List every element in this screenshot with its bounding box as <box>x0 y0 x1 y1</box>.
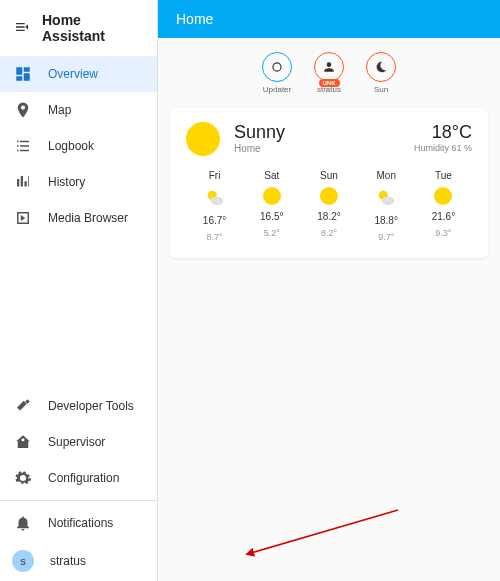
user-name: stratus <box>50 554 86 568</box>
badge-stratus[interactable]: UNK stratus <box>314 52 344 94</box>
sidebar-item-user[interactable]: s stratus <box>0 541 157 581</box>
sidebar-item-overview[interactable]: Overview <box>0 56 157 92</box>
divider <box>0 500 157 501</box>
sidebar-item-logbook[interactable]: Logbook <box>0 128 157 164</box>
weather-title-block: Sunny Home <box>234 122 414 154</box>
sidebar-nav: Overview Map Logbook History Media Brows… <box>0 56 157 236</box>
sidebar-item-label: Map <box>48 103 71 117</box>
sidebar-item-label: Supervisor <box>48 435 105 449</box>
sidebar-item-label: Developer Tools <box>48 399 134 413</box>
weather-header: Sunny Home 18°C Humidity 61 % <box>186 122 472 156</box>
forecast-day-name: Tue <box>435 170 452 181</box>
sidebar-item-supervisor[interactable]: Supervisor <box>0 424 157 460</box>
forecast-row: Fri16.7°8.7°Sat16.5°5.2°Sun18.2°8.2°Mon1… <box>186 170 472 242</box>
sunny-icon <box>320 187 338 205</box>
partly-cloudy-icon <box>204 187 226 209</box>
forecast-day-name: Fri <box>209 170 221 181</box>
sidebar-item-devtools[interactable]: Developer Tools <box>0 388 157 424</box>
gear-icon <box>14 469 32 487</box>
chart-icon <box>14 173 32 191</box>
weather-temp: 18°C <box>414 122 472 143</box>
sidebar-bottom: Developer Tools Supervisor Configuration… <box>0 388 157 581</box>
sidebar-header: Home Assistant <box>0 0 157 56</box>
list-icon <box>14 137 32 155</box>
bell-icon <box>14 514 32 532</box>
forecast-day: Fri16.7°8.7° <box>186 170 243 242</box>
forecast-high: 18.2° <box>317 211 340 222</box>
svg-point-4 <box>382 197 395 205</box>
topbar: Home <box>158 0 500 38</box>
annotation-arrow <box>243 505 403 565</box>
play-box-icon <box>14 209 32 227</box>
avatar: s <box>12 550 34 572</box>
badge-circle <box>366 52 396 82</box>
badge-circle: UNK <box>314 52 344 82</box>
weather-location: Home <box>234 143 414 154</box>
badge-label: Sun <box>374 85 388 94</box>
sidebar-item-config[interactable]: Configuration <box>0 460 157 496</box>
home-assistant-icon <box>14 433 32 451</box>
partly-cloudy-icon <box>375 187 397 209</box>
badge-pill: UNK <box>319 79 340 87</box>
circle-outline-icon <box>270 60 284 74</box>
sidebar-item-label: Notifications <box>48 516 113 530</box>
sidebar-item-label: History <box>48 175 85 189</box>
sidebar-item-history[interactable]: History <box>0 164 157 200</box>
forecast-day-name: Sat <box>264 170 279 181</box>
sidebar-item-media[interactable]: Media Browser <box>0 200 157 236</box>
menu-collapse-icon[interactable] <box>14 19 30 38</box>
forecast-high: 21.6° <box>432 211 455 222</box>
badge-sun[interactable]: Sun <box>366 52 396 94</box>
weather-condition: Sunny <box>234 122 414 143</box>
hammer-icon <box>14 397 32 415</box>
sidebar-item-label: Configuration <box>48 471 119 485</box>
sunny-icon <box>434 187 452 205</box>
forecast-high: 16.5° <box>260 211 283 222</box>
sidebar-spacer <box>0 236 157 388</box>
svg-point-2 <box>210 197 223 205</box>
forecast-day-name: Sun <box>320 170 338 181</box>
main: Home Updater UNK stratus Sun Sunny <box>158 0 500 581</box>
svg-line-5 <box>251 510 398 553</box>
sidebar-item-map[interactable]: Map <box>0 92 157 128</box>
forecast-day: Sat16.5°5.2° <box>243 170 300 242</box>
forecast-day: Mon18.8°9.7° <box>358 170 415 242</box>
forecast-high: 16.7° <box>203 215 226 226</box>
sunny-icon <box>263 187 281 205</box>
forecast-day: Sun18.2°8.2° <box>300 170 357 242</box>
badge-label: Updater <box>263 85 291 94</box>
badge-row: Updater UNK stratus Sun <box>158 38 500 102</box>
sun-icon <box>186 122 220 156</box>
dashboard-icon <box>14 65 32 83</box>
sidebar: Home Assistant Overview Map Logbook Hist… <box>0 0 158 581</box>
forecast-low: 8.7° <box>207 232 223 242</box>
badge-circle <box>262 52 292 82</box>
weather-stats: 18°C Humidity 61 % <box>414 122 472 153</box>
page-title: Home <box>176 11 213 27</box>
weather-card[interactable]: Sunny Home 18°C Humidity 61 % Fri16.7°8.… <box>170 108 488 258</box>
badge-updater[interactable]: Updater <box>262 52 292 94</box>
forecast-low: 9.3° <box>435 228 451 238</box>
moon-icon <box>374 60 388 74</box>
forecast-low: 9.7° <box>378 232 394 242</box>
map-icon <box>14 101 32 119</box>
forecast-high: 18.8° <box>374 215 397 226</box>
forecast-day-name: Mon <box>376 170 395 181</box>
person-icon <box>322 60 336 74</box>
app-title: Home Assistant <box>42 12 143 44</box>
sidebar-item-label: Logbook <box>48 139 94 153</box>
sidebar-item-label: Overview <box>48 67 98 81</box>
weather-humidity: Humidity 61 % <box>414 143 472 153</box>
forecast-low: 8.2° <box>321 228 337 238</box>
forecast-day: Tue21.6°9.3° <box>415 170 472 242</box>
sidebar-item-notifications[interactable]: Notifications <box>0 505 157 541</box>
svg-point-0 <box>273 63 281 71</box>
sidebar-item-label: Media Browser <box>48 211 128 225</box>
forecast-low: 5.2° <box>264 228 280 238</box>
